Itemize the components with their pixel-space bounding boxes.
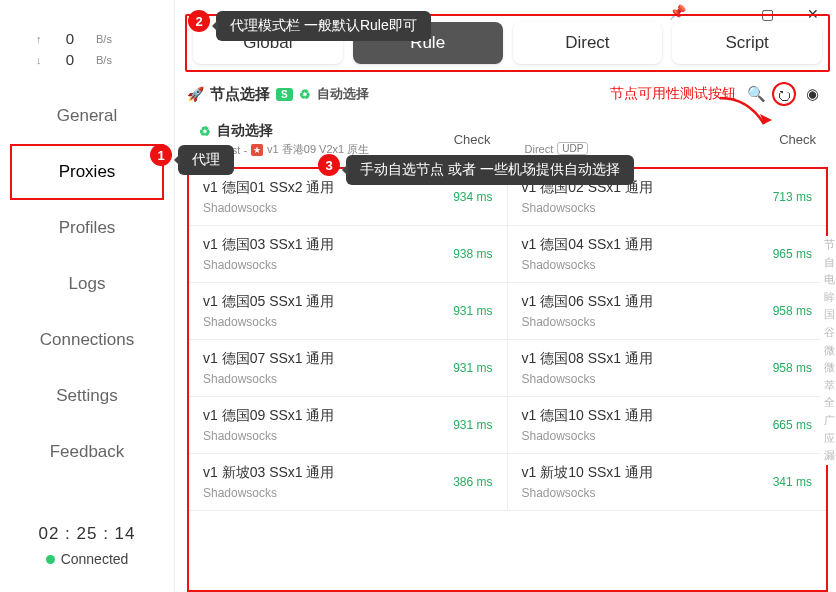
download-value: 0 — [60, 51, 80, 68]
proxy-type: Shadowsocks — [522, 429, 654, 443]
nav-connections[interactable]: Connections — [0, 312, 174, 368]
nav-feedback[interactable]: Feedback — [0, 424, 174, 480]
right-strip: 节自电眸国谷微微萃全广应漏 — [820, 236, 836, 465]
proxy-latency: 931 ms — [453, 304, 492, 318]
main: Global Rule Direct Script 🚀 节点选择 S ♻ 自动选… — [175, 0, 836, 592]
proxy-card[interactable]: v1 德国04 SSx1 通用Shadowsocks965 ms — [508, 226, 827, 283]
proxy-grid: v1 德国01 SSx2 通用Shadowsocks934 msv1 德国02 … — [189, 169, 826, 511]
upload-unit: B/s — [96, 33, 112, 45]
strip-char: 广 — [824, 412, 835, 430]
strip-char: 全 — [824, 394, 835, 412]
proxy-type: Shadowsocks — [522, 486, 654, 500]
callout-3: 手动自选节点 或者 一些机场提供自动选择 — [346, 155, 634, 185]
proxy-card[interactable]: v1 德国08 SSx1 通用Shadowsocks958 ms — [508, 340, 827, 397]
strip-char: 应 — [824, 430, 835, 448]
uptime-timer: 02 : 25 : 14 — [0, 524, 174, 544]
proxy-latency: 341 ms — [773, 475, 812, 489]
proxy-name: v1 新坡10 SSx1 通用 — [522, 464, 654, 482]
auto-select-title: 自动选择 — [217, 122, 273, 140]
sidebar: ↑ 0 B/s ↓ 0 B/s General Proxies Profiles… — [0, 0, 175, 592]
auto-select-label: 自动选择 — [317, 85, 369, 103]
proxy-name: v1 德国01 SSx2 通用 — [203, 179, 335, 197]
callout-1: 代理 — [178, 145, 234, 175]
proxy-type: Shadowsocks — [522, 258, 654, 272]
nav-logs[interactable]: Logs — [0, 256, 174, 312]
nav-settings[interactable]: Settings — [0, 368, 174, 424]
connection-status: Connected — [0, 550, 174, 568]
proxy-name: v1 德国10 SSx1 通用 — [522, 407, 654, 425]
udp-badge: UDP — [557, 142, 588, 155]
proxy-latency: 665 ms — [773, 418, 812, 432]
proxy-name: v1 新坡03 SSx1 通用 — [203, 464, 335, 482]
proxy-type: Shadowsocks — [522, 372, 654, 386]
proxy-name: v1 德国03 SSx1 通用 — [203, 236, 335, 254]
selector-badge: S — [276, 88, 293, 101]
nav-profiles[interactable]: Profiles — [0, 200, 174, 256]
status-text: Connected — [61, 551, 129, 567]
proxy-latency: 386 ms — [453, 475, 492, 489]
nav: General Proxies Profiles Logs Connection… — [0, 88, 174, 480]
proxy-name: v1 德国04 SSx1 通用 — [522, 236, 654, 254]
proxy-type: Shadowsocks — [203, 315, 335, 329]
proxy-latency: 958 ms — [773, 304, 812, 318]
upload-arrow-icon: ↑ — [36, 33, 44, 45]
download-speed: ↓ 0 B/s — [0, 49, 174, 70]
badge-1: 1 — [150, 144, 172, 166]
proxy-card[interactable]: v1 新坡10 SSx1 通用Shadowsocks341 ms — [508, 454, 827, 511]
strip-char: 国 — [824, 306, 835, 324]
proxy-latency: 931 ms — [453, 361, 492, 375]
proxy-card[interactable]: v1 德国10 SSx1 通用Shadowsocks665 ms — [508, 397, 827, 454]
nav-proxies[interactable]: Proxies — [10, 144, 164, 200]
proxy-name: v1 德国09 SSx1 通用 — [203, 407, 335, 425]
strip-char: 漏 — [824, 447, 835, 465]
check-button-right[interactable]: Check — [779, 132, 816, 147]
rocket-icon: 🚀 — [187, 86, 204, 102]
status-dot-icon — [46, 555, 55, 564]
proxy-card[interactable]: v1 德国06 SSx1 通用Shadowsocks958 ms — [508, 283, 827, 340]
strip-char: 谷 — [824, 324, 835, 342]
proxy-type: Shadowsocks — [203, 258, 335, 272]
direct-label: Direct — [525, 143, 554, 155]
strip-char: 微 — [824, 342, 835, 360]
proxy-type: Shadowsocks — [203, 486, 335, 500]
nav-general[interactable]: General — [0, 88, 174, 144]
proxy-name: v1 德国08 SSx1 通用 — [522, 350, 654, 368]
badge-2: 2 — [188, 10, 210, 32]
tab-direct[interactable]: Direct — [513, 22, 663, 64]
proxy-type: Shadowsocks — [203, 372, 335, 386]
proxy-latency: 938 ms — [453, 247, 492, 261]
proxy-list-box: v1 德国01 SSx2 通用Shadowsocks934 msv1 德国02 … — [187, 167, 828, 592]
proxy-latency: 934 ms — [453, 190, 492, 204]
flag-icon: ★ — [251, 144, 263, 156]
proxy-latency: 931 ms — [453, 418, 492, 432]
tab-script[interactable]: Script — [672, 22, 822, 64]
check-button-left[interactable]: Check — [454, 132, 491, 147]
proxy-type: Shadowsocks — [522, 201, 654, 215]
proxy-card[interactable]: v1 德国07 SSx1 通用Shadowsocks931 ms — [189, 340, 508, 397]
proxy-latency: 965 ms — [773, 247, 812, 261]
proxy-type: Shadowsocks — [203, 429, 335, 443]
visibility-icon[interactable]: ◉ — [800, 82, 824, 106]
test-label: 节点可用性测试按钮 — [610, 85, 736, 103]
proxy-card[interactable]: v1 德国09 SSx1 通用Shadowsocks931 ms — [189, 397, 508, 454]
recycle-icon: ♻ — [299, 87, 311, 102]
strip-char: 自 — [824, 254, 835, 272]
group-title-text: 节点选择 — [210, 85, 270, 104]
strip-char: 微 — [824, 359, 835, 377]
download-arrow-icon: ↓ — [36, 54, 44, 66]
group-header-row: 🚀 节点选择 S ♻ 自动选择 节点可用性测试按钮 🔍 ⭮ ◉ — [187, 82, 824, 106]
search-icon[interactable]: 🔍 — [744, 82, 768, 106]
strip-char: 电 — [824, 271, 835, 289]
upload-value: 0 — [60, 30, 80, 47]
speed-test-icon[interactable]: ⭮ — [772, 82, 796, 106]
proxy-card[interactable]: v1 新坡03 SSx1 通用Shadowsocks386 ms — [189, 454, 508, 511]
recycle-icon: ♻ — [199, 124, 211, 139]
proxy-card[interactable]: v1 德国05 SSx1 通用Shadowsocks931 ms — [189, 283, 508, 340]
proxy-card[interactable]: v1 德国03 SSx1 通用Shadowsocks938 ms — [189, 226, 508, 283]
group-title[interactable]: 🚀 节点选择 S ♻ 自动选择 — [187, 85, 369, 104]
badge-3: 3 — [318, 154, 340, 176]
callout-2: 代理模式栏 一般默认Rule即可 — [216, 11, 431, 41]
proxy-name: v1 德国05 SSx1 通用 — [203, 293, 335, 311]
download-unit: B/s — [96, 54, 112, 66]
upload-speed: ↑ 0 B/s — [0, 28, 174, 49]
